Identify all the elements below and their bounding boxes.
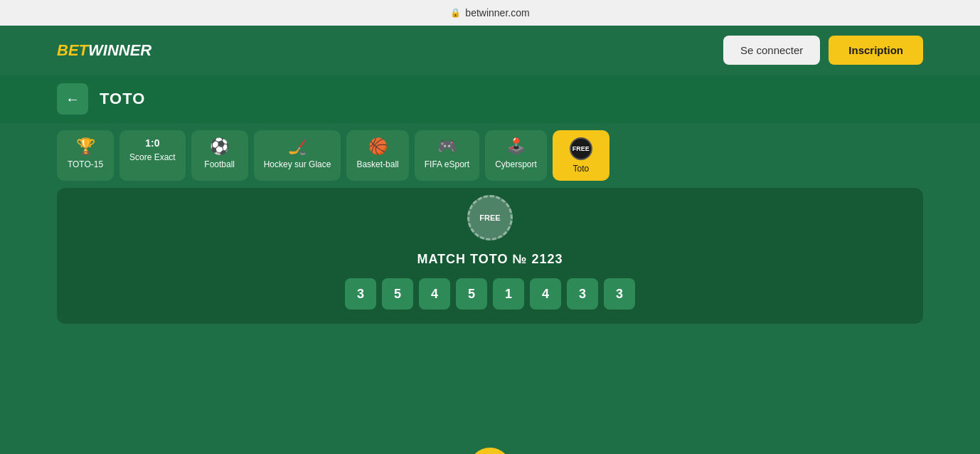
- score-box-1: 3: [345, 278, 376, 310]
- tab-fifa-label: FIFA eSport: [425, 159, 469, 169]
- page-title-bar: ← TOTO: [0, 75, 980, 123]
- back-button[interactable]: ←: [57, 83, 88, 115]
- tab-toto15-label: TOTO-15: [68, 159, 103, 169]
- lock-icon: 🔒: [450, 8, 461, 18]
- cybersport-icon: 🕹️: [506, 137, 526, 156]
- browser-url: betwinner.com: [465, 7, 529, 19]
- score-box-5: 1: [493, 278, 524, 310]
- tab-basketball-label: Basket-ball: [356, 159, 398, 169]
- tab-hockey[interactable]: 🏒 Hockey sur Glace: [254, 130, 341, 181]
- tab-toto-label: Toto: [573, 164, 590, 174]
- trophy-icon: 🏆: [76, 137, 95, 156]
- basketball-icon: 🏀: [368, 137, 388, 156]
- header-buttons: Se connecter Inscription: [723, 36, 923, 65]
- tab-toto15[interactable]: 🏆 TOTO-15: [57, 130, 114, 181]
- score-icon: 1:0: [145, 137, 159, 149]
- fifa-icon: 🎮: [437, 137, 457, 156]
- tab-basketball[interactable]: 🏀 Basket-ball: [346, 130, 408, 181]
- logo-winner: WINNER: [88, 41, 151, 60]
- score-box-6: 4: [530, 278, 561, 310]
- category-tabs: 🏆 TOTO-15 1:0 Score Exact ⚽ Football 🏒 H…: [0, 123, 980, 188]
- page-title: TOTO: [100, 90, 145, 108]
- logo-bet: BET: [57, 41, 88, 60]
- toto-free-badge: FREE: [570, 137, 592, 160]
- tab-score-exact[interactable]: 1:0 Score Exact: [119, 130, 186, 181]
- tab-fifa[interactable]: 🎮 FIFA eSport: [415, 130, 479, 181]
- match-title: MATCH TOTO № 2123: [417, 252, 563, 267]
- tab-cybersport[interactable]: 🕹️ Cybersport: [485, 130, 547, 181]
- score-box-3: 4: [419, 278, 450, 310]
- tab-football-label: Football: [204, 159, 235, 169]
- score-box-4: 5: [456, 278, 487, 310]
- score-box-2: 5: [382, 278, 413, 310]
- free-stamp: FREE: [467, 195, 513, 241]
- login-button[interactable]: Se connecter: [723, 36, 820, 65]
- browser-bar: 🔒 betwinner.com: [0, 0, 980, 26]
- tab-cybersport-label: Cybersport: [495, 159, 537, 169]
- tab-hockey-label: Hockey sur Glace: [264, 159, 331, 169]
- football-icon: ⚽: [210, 137, 229, 156]
- score-box-7: 3: [567, 278, 598, 310]
- content-card: FREE MATCH TOTO № 2123 3 5 4 5 1 4 3 3: [57, 188, 923, 324]
- tab-score-exact-label: Score Exact: [129, 152, 176, 162]
- hockey-icon: 🏒: [288, 137, 307, 156]
- logo: BET WINNER: [57, 41, 151, 60]
- score-row: 3 5 4 5 1 4 3 3: [345, 278, 635, 310]
- tab-football[interactable]: ⚽ Football: [191, 130, 248, 181]
- main-content: FREE MATCH TOTO № 2123 3 5 4 5 1 4 3 3: [0, 188, 980, 454]
- register-button[interactable]: Inscription: [829, 36, 923, 65]
- app-container: BET WINNER Se connecter Inscription ← TO…: [0, 26, 980, 454]
- score-box-8: 3: [604, 278, 635, 310]
- tab-toto[interactable]: FREE Toto: [553, 130, 609, 181]
- header: BET WINNER Se connecter Inscription: [0, 26, 980, 75]
- free-badge: FREE: [570, 137, 592, 160]
